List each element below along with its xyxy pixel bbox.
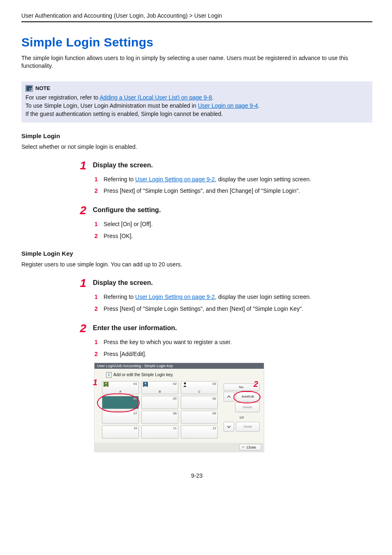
- page-down-button[interactable]: [224, 422, 234, 432]
- note-line-1: For user registration, refer to Adding a…: [25, 93, 368, 102]
- login-key[interactable]: 11: [141, 426, 178, 439]
- note-line-2: To use Simple Login, User Login Administ…: [25, 102, 368, 110]
- add-edit-button[interactable]: Add/Edit: [236, 392, 260, 402]
- note-label: NOTE: [35, 85, 50, 92]
- login-key[interactable]: 01 A: [102, 381, 139, 394]
- key-number: 02: [173, 382, 177, 386]
- chevron-up-icon: [226, 394, 231, 399]
- side-column: No. Add/Edit Delete 1/2 Detail: [224, 384, 260, 432]
- section-simple-login-desc: Select whether or not simple login is en…: [21, 143, 372, 150]
- page-up-button[interactable]: [224, 392, 234, 402]
- key-number: 06: [212, 397, 216, 400]
- key-number: 04: [134, 397, 137, 400]
- dialog-hint-text: Add or edit the Simple Login key.: [113, 372, 173, 377]
- key-label: B: [142, 390, 178, 393]
- step-number-2: 2: [75, 205, 86, 216]
- login-key[interactable]: 06: [181, 396, 218, 409]
- login-key[interactable]: 08: [141, 411, 178, 424]
- login-key[interactable]: 02 B: [141, 381, 178, 394]
- dialog-hint: i Add or edit the Simple Login key.: [98, 370, 261, 380]
- note-line1-post: .: [212, 94, 214, 101]
- substep-text: Press [Next] of "Simple Login Settings",…: [104, 187, 300, 195]
- substep-text: Press the key to which you want to regis…: [104, 338, 232, 346]
- link-adding-user[interactable]: Adding a User (Local User List) on page …: [100, 94, 212, 101]
- callout-number-1: 1: [93, 378, 97, 387]
- substep-post: , display the user login setting screen.: [215, 294, 311, 300]
- substep-number: 1: [95, 176, 99, 183]
- delete-button[interactable]: Delete: [235, 402, 260, 412]
- login-key[interactable]: 12: [181, 426, 218, 439]
- substep-number: 2: [95, 232, 99, 240]
- note-line2-pre: To use Simple Login, User Login Administ…: [25, 102, 198, 109]
- embedded-ui-screenshot: User Login/Job Accounting - Simple Login…: [95, 363, 264, 452]
- key-label: C: [181, 390, 217, 393]
- step-number-2b: 2: [75, 323, 86, 334]
- substep-text: Press [Next] of "Simple Login Settings",…: [104, 305, 303, 313]
- note-line-3: If the guest authentication setting is e…: [25, 110, 368, 118]
- substep-number: 2: [95, 187, 99, 195]
- login-key[interactable]: 09: [181, 411, 218, 424]
- key-number: 07: [134, 412, 137, 415]
- breadcrumb: User Authentication and Accounting (User…: [21, 12, 372, 22]
- substep-number: 1: [95, 220, 99, 228]
- key-number: 09: [212, 412, 216, 415]
- section-simple-login-key-desc: Register users to use simple login. You …: [21, 261, 372, 268]
- section-simple-login-key-heading: Simple Login Key: [21, 250, 372, 257]
- key-number: 05: [173, 397, 177, 400]
- user-icon: [182, 382, 187, 387]
- page-indicator: 1/2: [224, 413, 260, 421]
- key-label: A: [102, 390, 138, 393]
- substep-text: Press [Add/Edit].: [104, 350, 146, 358]
- close-button[interactable]: ↵ Close: [239, 444, 261, 451]
- login-key[interactable]: 07: [102, 411, 139, 424]
- step-title-enter-user-info: Enter the user information.: [93, 323, 177, 333]
- substep-pre: Referring to: [104, 294, 135, 300]
- step-title-display-screen: Display the screen.: [93, 160, 153, 171]
- link-user-login[interactable]: User Login on page 9-4: [198, 102, 258, 109]
- note-line1-pre: For user registration, refer to: [25, 94, 100, 101]
- login-key[interactable]: 05: [141, 396, 178, 409]
- link-user-login-setting-1[interactable]: User Login Setting on page 9-2: [135, 176, 215, 183]
- key-number: 10: [134, 426, 137, 430]
- info-icon: i: [106, 372, 112, 378]
- svg-point-7: [145, 383, 146, 384]
- substep-number: 2: [95, 350, 99, 358]
- key-number: 03: [212, 382, 216, 386]
- page-title: Simple Login Settings: [21, 35, 372, 49]
- substep-number: 1: [95, 293, 99, 301]
- substep-post: , display the user login setting screen.: [215, 176, 311, 183]
- substep-pre: Referring to: [104, 176, 135, 183]
- user-icon: [104, 382, 108, 387]
- close-label: Close: [247, 445, 256, 449]
- key-number: 08: [173, 412, 177, 415]
- note-line2-post: .: [258, 102, 260, 109]
- dialog-title: User Login/Job Accounting - Simple Login…: [95, 363, 264, 369]
- svg-point-8: [184, 382, 186, 384]
- note-icon: [25, 85, 33, 92]
- login-key[interactable]: 03 C: [181, 381, 218, 394]
- step-number-1: 1: [75, 160, 86, 171]
- page-number: 9-23: [21, 472, 372, 479]
- step-number-1b: 1: [75, 278, 86, 289]
- substep-number: 1: [95, 338, 99, 346]
- key-number: 01: [134, 382, 137, 386]
- substep-text: Referring to User Login Setting on page …: [104, 176, 311, 183]
- substep-text: Select [On] or [Off].: [104, 220, 153, 228]
- chevron-down-icon: [226, 424, 231, 429]
- user-icon: [143, 382, 148, 387]
- key-number: 12: [212, 426, 216, 430]
- substep-text: Referring to User Login Setting on page …: [104, 293, 311, 301]
- substep-number: 2: [95, 305, 99, 313]
- step-title-configure-setting: Configure the setting.: [93, 205, 161, 215]
- login-key-selected[interactable]: 04: [102, 396, 139, 409]
- substep-text: Press [OK].: [104, 232, 133, 240]
- return-icon: ↵: [242, 445, 245, 449]
- step-title-display-screen-2: Display the screen.: [93, 278, 153, 288]
- callout-number-2: 2: [254, 379, 258, 389]
- key-number: 11: [173, 426, 177, 430]
- link-user-login-setting-2[interactable]: User Login Setting on page 9-2: [135, 294, 215, 300]
- login-key[interactable]: 10: [102, 426, 139, 439]
- note-box: NOTE For user registration, refer to Add…: [21, 81, 372, 123]
- svg-point-5: [105, 383, 107, 384]
- detail-button[interactable]: Detail: [236, 422, 260, 432]
